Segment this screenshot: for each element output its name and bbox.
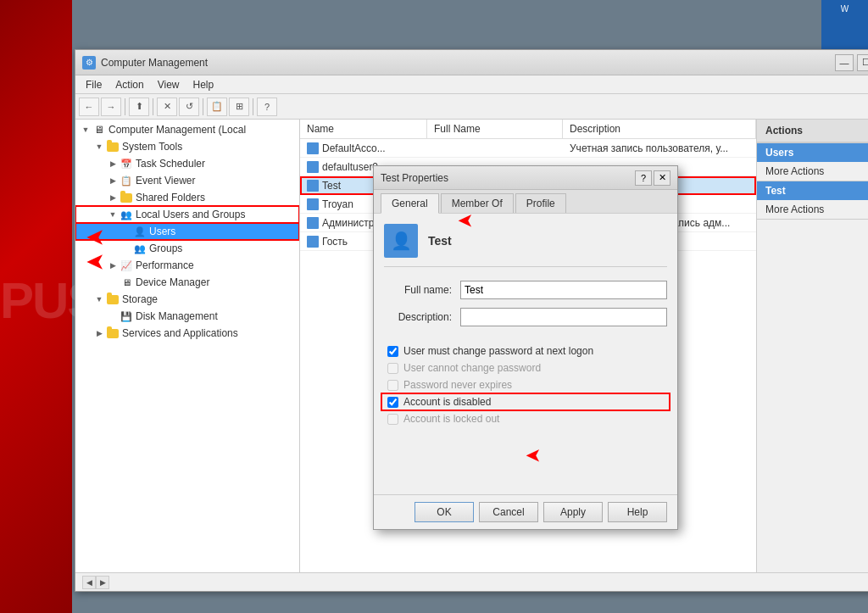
user-icon bbox=[307, 161, 319, 173]
must-change-checkbox[interactable] bbox=[387, 346, 398, 357]
tab-profile[interactable]: Profile bbox=[515, 193, 566, 213]
toolbar-separator-1 bbox=[125, 98, 125, 115]
tree-performance[interactable]: ▶ 📈 Performance bbox=[75, 257, 299, 274]
dialog-help-button[interactable]: ? bbox=[635, 170, 652, 186]
tree-groups[interactable]: 👥 Groups bbox=[75, 240, 299, 257]
description-input[interactable] bbox=[460, 308, 667, 326]
toolbar-separator-3 bbox=[203, 98, 203, 115]
test-more-actions[interactable]: More Actions ▶ bbox=[757, 200, 868, 219]
apply-button[interactable]: Apply bbox=[543, 502, 603, 522]
help-button[interactable]: ? bbox=[257, 98, 277, 116]
properties-button[interactable]: ⊞ bbox=[229, 98, 249, 116]
fullname-input[interactable] bbox=[460, 281, 667, 299]
event-viewer-expand: ▶ bbox=[106, 174, 120, 187]
export-button[interactable]: 📋 bbox=[207, 98, 227, 116]
minimize-button[interactable]: — bbox=[835, 54, 854, 71]
user-icon bbox=[307, 217, 319, 229]
tree-services-apps[interactable]: ▶ Services and Applications bbox=[75, 325, 299, 342]
checkbox-account-disabled-row: Account is disabled bbox=[384, 396, 667, 408]
back-button[interactable]: ← bbox=[79, 98, 99, 116]
never-expires-label: Password never expires bbox=[403, 379, 512, 391]
checkbox-locked-out-row: Account is locked out bbox=[384, 413, 667, 425]
forward-button[interactable]: → bbox=[101, 98, 121, 116]
account-disabled-checkbox[interactable] bbox=[387, 397, 398, 408]
services-label: Services and Applications bbox=[122, 327, 238, 339]
system-tools-icon bbox=[106, 140, 120, 153]
tab-member-of[interactable]: Member Of bbox=[441, 193, 514, 213]
tree-system-tools[interactable]: ▼ System Tools bbox=[75, 138, 299, 155]
locked-out-checkbox[interactable] bbox=[387, 414, 398, 425]
menu-help[interactable]: Help bbox=[186, 77, 221, 92]
arrow-indicator-3: ➤ bbox=[458, 210, 472, 231]
tree-panel: ▼ 🖥 Computer Management (Local ▼ System … bbox=[75, 120, 300, 572]
cannot-change-checkbox[interactable] bbox=[387, 363, 398, 374]
window-title: Computer Management bbox=[101, 57, 835, 69]
menu-action[interactable]: Action bbox=[108, 77, 150, 92]
local-users-icon: 👥 bbox=[120, 208, 133, 221]
col-name[interactable]: Name bbox=[300, 120, 427, 138]
users-label: Users bbox=[149, 226, 175, 237]
must-change-label: User must change password at next logon bbox=[403, 345, 593, 357]
tab-general[interactable]: General bbox=[381, 193, 439, 214]
dialog-help-btn[interactable]: Help bbox=[608, 502, 667, 522]
users-more-actions[interactable]: More Actions ▶ bbox=[757, 162, 868, 181]
toolbar: ← → ⬆ ✕ ↺ 📋 ⊞ ? bbox=[75, 94, 868, 120]
dialog-close-button[interactable]: ✕ bbox=[654, 170, 670, 186]
col-description[interactable]: Description bbox=[563, 120, 756, 138]
actions-test-section: Test ▲ More Actions ▶ bbox=[757, 181, 868, 220]
checkbox-cannot-change-row: User cannot change password bbox=[384, 362, 667, 374]
ok-button[interactable]: OK bbox=[415, 502, 474, 522]
tree-disk-management[interactable]: 💾 Disk Management bbox=[75, 308, 299, 325]
task-scheduler-icon: 📅 bbox=[120, 157, 133, 170]
maximize-button[interactable]: ☐ bbox=[857, 54, 868, 71]
account-disabled-label: Account is disabled bbox=[403, 396, 491, 408]
tree-event-viewer[interactable]: ▶ 📋 Event Viewer bbox=[75, 172, 299, 189]
window-controls: — ☐ ✕ bbox=[835, 54, 868, 71]
groups-label: Groups bbox=[149, 242, 182, 254]
table-row[interactable]: DefaultAcco... Учетная запись пользовате… bbox=[300, 139, 756, 158]
dialog-title-text: Test Properties bbox=[381, 172, 635, 184]
tree-storage[interactable]: ▼ Storage bbox=[75, 291, 299, 308]
fullname-label: Full name: bbox=[384, 284, 460, 296]
title-bar: ⚙ Computer Management — ☐ ✕ bbox=[75, 50, 868, 75]
never-expires-checkbox[interactable] bbox=[387, 380, 398, 391]
locked-out-label: Account is locked out bbox=[403, 413, 499, 425]
disk-mgmt-expand bbox=[106, 309, 120, 323]
menu-file[interactable]: File bbox=[79, 77, 108, 92]
tree-shared-folders[interactable]: ▶ Shared Folders bbox=[75, 189, 299, 206]
tree-users[interactable]: 👤 Users bbox=[75, 223, 299, 240]
up-button[interactable]: ⬆ bbox=[129, 98, 149, 116]
user-icon bbox=[307, 142, 319, 154]
actions-users-title: Users ▲ bbox=[757, 143, 868, 162]
tree-root[interactable]: ▼ 🖥 Computer Management (Local bbox=[75, 121, 299, 138]
cancel-button[interactable]: Cancel bbox=[479, 502, 538, 522]
system-tools-expand: ▼ bbox=[92, 140, 106, 153]
local-users-label: Local Users and Groups bbox=[136, 209, 245, 220]
shared-folders-label: Shared Folders bbox=[136, 192, 205, 203]
task-scheduler-expand: ▶ bbox=[106, 157, 120, 170]
services-icon bbox=[106, 326, 120, 340]
shared-folders-expand: ▶ bbox=[106, 191, 120, 204]
device-manager-expand bbox=[106, 276, 120, 289]
groups-icon: 👥 bbox=[133, 242, 147, 255]
refresh-button[interactable]: ↺ bbox=[179, 98, 199, 116]
cell-description: Учетная запись пользователя, у... bbox=[563, 141, 756, 156]
dialog-user-icon: 👤 bbox=[384, 224, 418, 258]
performance-expand: ▶ bbox=[106, 259, 120, 272]
performance-label: Performance bbox=[136, 259, 194, 271]
stop-button[interactable]: ✕ bbox=[157, 98, 177, 116]
tree-task-scheduler[interactable]: ▶ 📅 Task Scheduler bbox=[75, 155, 299, 172]
arrow-indicator-1: ➤ bbox=[86, 226, 103, 249]
col-fullname[interactable]: Full Name bbox=[427, 120, 563, 138]
scroll-right[interactable]: ▶ bbox=[96, 576, 109, 589]
actions-users-section: Users ▲ More Actions ▶ bbox=[757, 143, 868, 181]
system-tools-label: System Tools bbox=[122, 141, 182, 153]
tree-device-manager[interactable]: 🖥 Device Manager bbox=[75, 274, 299, 291]
scroll-left[interactable]: ◀ bbox=[82, 576, 96, 589]
disk-mgmt-icon: 💾 bbox=[120, 309, 133, 323]
menu-view[interactable]: View bbox=[151, 77, 186, 92]
local-users-expand: ▼ bbox=[106, 208, 120, 221]
dialog-user-header: 👤 Test bbox=[384, 224, 667, 267]
tree-local-users-groups[interactable]: ▼ 👥 Local Users and Groups bbox=[75, 206, 299, 223]
performance-icon: 📈 bbox=[120, 259, 133, 272]
